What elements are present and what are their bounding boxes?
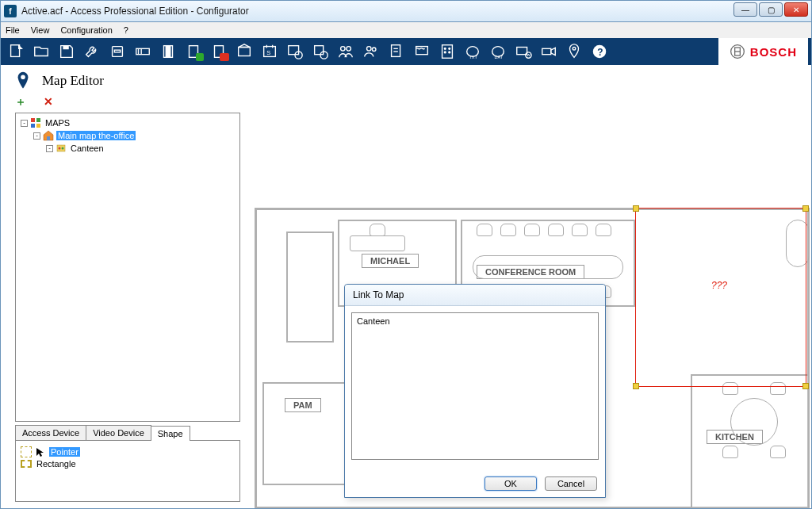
svg-rect-17 (289, 46, 299, 55)
tree-item-label[interactable]: Canteen (69, 144, 105, 153)
svg-rect-1 (63, 46, 68, 50)
maps-tree[interactable]: - MAPS - Main map the-office - Canteen (15, 113, 240, 422)
svg-point-24 (372, 48, 376, 52)
svg-point-33 (449, 52, 450, 53)
schedule-icon[interactable]: S (258, 40, 282, 63)
svg-point-22 (347, 47, 351, 52)
svg-rect-29 (442, 45, 453, 59)
tree-root-label[interactable]: MAPS (44, 118, 71, 128)
svg-point-41 (573, 48, 576, 51)
shape-pointer[interactable]: Pointer (21, 446, 235, 458)
svg-point-23 (367, 47, 372, 52)
shape-panel: Pointer Rectangle (15, 441, 240, 502)
tree-item[interactable]: - Main map the-office (33, 129, 236, 142)
menu-bar: File View Configuration ? (0, 22, 812, 38)
svg-marker-40 (551, 48, 556, 55)
map-editor-icon (15, 71, 31, 90)
svg-rect-36 (517, 48, 527, 55)
selection-placeholder: ??? (711, 280, 727, 291)
svg-rect-10 (215, 46, 224, 58)
menu-configuration[interactable]: Configuration (60, 25, 112, 35)
svg-point-21 (341, 47, 346, 52)
time-model-icon[interactable] (283, 40, 307, 63)
tree-item[interactable]: - Canteen (46, 142, 236, 155)
svg-rect-25 (392, 45, 400, 57)
tree-item-label[interactable]: Main map the-office (56, 131, 136, 140)
menu-help[interactable]: ? (124, 25, 128, 35)
selection-rectangle[interactable]: ??? (635, 208, 806, 387)
window-title: Active.acf - Access Professional Edition… (21, 6, 249, 17)
svg-point-56 (62, 147, 64, 150)
list-item[interactable]: Canteen (357, 316, 593, 326)
pointer-icon (35, 446, 46, 457)
svg-text:TXT: TXT (469, 55, 477, 59)
cancel-button[interactable]: Cancel (545, 476, 597, 491)
list-item-label: Rectangle (35, 459, 78, 469)
svg-rect-8 (166, 46, 170, 58)
svg-text:w: w (527, 52, 530, 57)
camera-icon[interactable] (537, 40, 561, 63)
shape-rectangle[interactable]: Rectangle (21, 458, 235, 469)
svg-rect-9 (190, 46, 198, 58)
areas-icon[interactable] (232, 40, 256, 63)
svg-rect-11 (239, 48, 251, 56)
help-icon[interactable]: ? (588, 40, 611, 63)
svg-rect-39 (542, 48, 551, 54)
tab-video-device[interactable]: Video Device (86, 425, 151, 440)
close-button[interactable]: ✕ (784, 2, 808, 17)
ok-button[interactable]: OK (485, 476, 537, 491)
persons-icon[interactable] (334, 40, 358, 63)
dialog-map-list[interactable]: Canteen (351, 312, 599, 460)
add-map-button[interactable]: ＋ (15, 95, 26, 109)
door-alarm-icon[interactable] (207, 40, 231, 63)
main-toolbar: S TXT DAT w ? BOSCH (0, 38, 812, 65)
open-icon[interactable] (29, 40, 53, 63)
svg-rect-28 (416, 47, 428, 55)
map-link-icon (56, 143, 67, 154)
expand-icon[interactable]: - (46, 145, 53, 152)
svg-rect-53 (47, 136, 50, 140)
svg-text:DAT: DAT (494, 55, 503, 59)
door-open-icon[interactable] (182, 40, 205, 63)
expand-icon[interactable]: - (33, 132, 40, 140)
svg-point-55 (59, 147, 61, 150)
device-tabs: Access Device Video Device Shape (15, 425, 240, 441)
tab-access-device[interactable]: Access Device (15, 425, 86, 440)
reports-icon[interactable] (385, 40, 408, 63)
menu-file[interactable]: File (6, 25, 20, 35)
video-config-icon[interactable]: w (511, 40, 535, 63)
new-icon[interactable] (4, 40, 28, 63)
card-reader-icon[interactable] (105, 40, 129, 63)
wrench-icon[interactable] (80, 40, 104, 63)
input-signals-icon[interactable] (131, 40, 155, 63)
expand-icon[interactable]: - (21, 120, 28, 127)
link-to-map-dialog: Link To Map Canteen OK Cancel (344, 284, 606, 498)
save-icon[interactable] (55, 40, 79, 63)
maximize-button[interactable]: ▢ (759, 2, 783, 17)
dat-export-icon[interactable]: DAT (486, 40, 510, 63)
svg-rect-48 (31, 118, 35, 122)
room-label: PAM (285, 398, 321, 412)
minimize-button[interactable]: — (733, 2, 757, 17)
keypad-icon[interactable] (435, 40, 459, 63)
door-icon[interactable] (156, 40, 180, 63)
person-groups-icon[interactable] (359, 40, 383, 63)
txt-export-icon[interactable]: TXT (461, 40, 485, 63)
svg-marker-12 (239, 44, 251, 48)
day-model-icon[interactable] (308, 40, 332, 63)
delete-map-button[interactable]: ✕ (44, 95, 53, 109)
left-panel: Map Editor ＋ ✕ - MAPS - Main map the-off… (1, 65, 247, 508)
tree-root[interactable]: - MAPS (21, 117, 236, 129)
svg-text:?: ? (597, 47, 603, 58)
svg-rect-50 (31, 124, 35, 128)
svg-point-31 (449, 48, 450, 49)
room-label: MICHAEL (362, 254, 419, 268)
dialog-title: Link To Map (345, 285, 605, 306)
menu-view[interactable]: View (31, 25, 50, 35)
svg-point-32 (444, 52, 446, 53)
map-pin-icon[interactable] (562, 40, 586, 63)
svg-rect-2 (113, 47, 123, 57)
list-item-label: Pointer (49, 447, 80, 457)
display-icon[interactable] (410, 40, 434, 63)
tab-shape[interactable]: Shape (151, 426, 190, 441)
